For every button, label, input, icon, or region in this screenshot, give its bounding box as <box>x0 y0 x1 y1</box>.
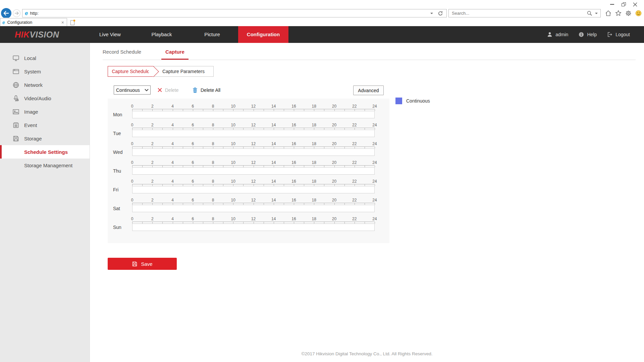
search-box[interactable] <box>448 9 601 17</box>
sidebar-item-label: Storage <box>24 136 42 141</box>
hour-tick-label: 8 <box>212 123 214 127</box>
favorites-star-icon[interactable] <box>615 10 622 17</box>
sidebar-item-storage-management[interactable]: Storage Management <box>0 159 90 172</box>
subtab-capture-parameters[interactable]: Capture Parameters <box>154 66 214 77</box>
hour-tick-label: 4 <box>171 160 174 165</box>
nav-configuration[interactable]: Configuration <box>238 26 288 43</box>
window-controls <box>606 1 641 8</box>
hour-tick-label: 2 <box>151 141 154 146</box>
timeline-track-sun[interactable] <box>132 224 375 231</box>
hour-tick-label: 12 <box>251 141 256 146</box>
logout-link[interactable]: Logout <box>607 32 630 38</box>
hour-tick-label: 6 <box>192 160 194 165</box>
schedule-row-tue: Tue024681012141618202224 <box>132 123 375 137</box>
forward-arrow-icon <box>14 11 19 15</box>
sidebar-item-schedule-settings[interactable]: Schedule Settings <box>0 145 90 159</box>
hour-tick-label: 20 <box>332 104 336 109</box>
url-dropdown-caret-icon[interactable] <box>430 13 433 14</box>
save-floppy-icon <box>132 261 138 267</box>
hour-tick-label: 0 <box>131 123 133 127</box>
sidebar-item-label: Network <box>24 82 43 88</box>
schedule-toolbar: Continuous Delete Delete All Advanced <box>90 85 644 95</box>
hour-tick-label: 8 <box>212 179 214 184</box>
sidebar-item-event[interactable]: Event <box>0 118 90 132</box>
timeline-track-thu[interactable] <box>132 167 375 175</box>
sidebar-item-system[interactable]: System <box>0 65 90 78</box>
browser-tab-configuration[interactable]: e Configuration × <box>0 18 67 26</box>
tab-record-schedule[interactable]: Record Schedule <box>103 49 141 60</box>
logo-vision: VISION <box>30 30 59 39</box>
hour-tick-label: 20 <box>332 179 336 184</box>
day-label: Wed <box>113 148 130 156</box>
tab-close-icon[interactable]: × <box>61 20 65 25</box>
close-button[interactable] <box>629 1 641 8</box>
search-input[interactable] <box>449 11 587 16</box>
nav-live-view[interactable]: Live View <box>87 26 133 43</box>
feedback-smiley-icon[interactable] <box>635 10 642 17</box>
home-icon[interactable] <box>605 10 612 17</box>
hour-ruler <box>132 203 375 205</box>
timeline-track-tue[interactable] <box>132 130 375 137</box>
user-menu[interactable]: admin <box>547 32 568 38</box>
hour-tick-label: 12 <box>251 198 256 202</box>
restore-button[interactable] <box>618 1 629 8</box>
sidebar-item-image[interactable]: Image <box>0 105 90 118</box>
schedule-type-select[interactable]: Continuous <box>114 85 151 95</box>
tab-capture[interactable]: Capture <box>161 49 189 60</box>
hour-tick-label: 6 <box>192 179 194 184</box>
hour-tick-label: 20 <box>332 123 336 127</box>
hour-tick-label: 18 <box>312 104 316 109</box>
sidebar-item-label: Schedule Settings <box>24 149 68 155</box>
hour-ruler <box>132 146 375 148</box>
restore-icon <box>622 2 626 6</box>
new-tab-button[interactable] <box>69 19 76 26</box>
sidebar-item-storage[interactable]: Storage <box>0 132 90 145</box>
nav-picture[interactable]: Picture <box>190 26 235 43</box>
hour-ruler <box>132 109 375 111</box>
main-tab-bar: Record Schedule Capture <box>103 49 189 60</box>
hour-tick-label: 24 <box>372 123 377 127</box>
hour-tick-label: 6 <box>192 141 194 146</box>
hour-tick-label: 8 <box>212 141 214 146</box>
timeline-track-mon[interactable] <box>132 111 375 118</box>
nav-playback[interactable]: Playback <box>138 26 185 43</box>
browser-forward-button[interactable] <box>13 9 20 17</box>
browser-tab-bar: e Configuration × <box>0 18 644 26</box>
settings-gear-icon[interactable] <box>625 10 632 17</box>
tabs-divider <box>103 60 636 60</box>
sidebar-item-network[interactable]: Network <box>0 78 90 92</box>
timeline-track-wed[interactable] <box>132 148 375 156</box>
timeline-track-fri[interactable] <box>132 186 375 193</box>
day-label: Fri <box>113 186 130 193</box>
hour-tick-label: 22 <box>352 217 357 221</box>
delete-button[interactable]: Delete <box>157 85 178 95</box>
minimize-button[interactable] <box>606 1 618 8</box>
schedule-row-mon: Mon024681012141618202224 <box>132 104 375 118</box>
subtab-capture-schedule[interactable]: Capture Schedule <box>108 66 154 77</box>
delete-all-button[interactable]: Delete All <box>192 85 220 95</box>
hour-tick-label: 4 <box>171 198 174 202</box>
hour-tick-labels: 024681012141618202224 <box>132 141 375 146</box>
help-link[interactable]: Help <box>578 32 597 38</box>
subtab-label: Capture Schedule <box>112 69 149 74</box>
day-label: Sun <box>113 224 130 231</box>
browser-back-button[interactable] <box>1 8 11 18</box>
address-bar[interactable]: e <box>22 9 447 17</box>
hour-ruler <box>132 184 375 186</box>
timeline-track-sat[interactable] <box>132 205 375 212</box>
hour-tick-label: 16 <box>291 141 296 146</box>
search-dropdown-caret-icon[interactable] <box>595 13 598 14</box>
hour-tick-label: 16 <box>291 217 296 221</box>
hour-tick-label: 2 <box>151 160 154 165</box>
advanced-button[interactable]: Advanced <box>353 85 384 95</box>
refresh-icon[interactable] <box>438 11 443 16</box>
hour-tick-label: 2 <box>151 198 154 202</box>
save-button[interactable]: Save <box>108 258 177 270</box>
schedule-row-fri: Fri024681012141618202224 <box>132 179 375 193</box>
sidebar-item-video-audio[interactable]: Video/Audio <box>0 92 90 105</box>
hour-tick-label: 2 <box>151 217 154 221</box>
back-arrow-icon <box>3 11 9 16</box>
url-input[interactable] <box>30 11 430 16</box>
sidebar-item-local[interactable]: Local <box>0 51 90 65</box>
search-icon[interactable] <box>587 10 592 16</box>
